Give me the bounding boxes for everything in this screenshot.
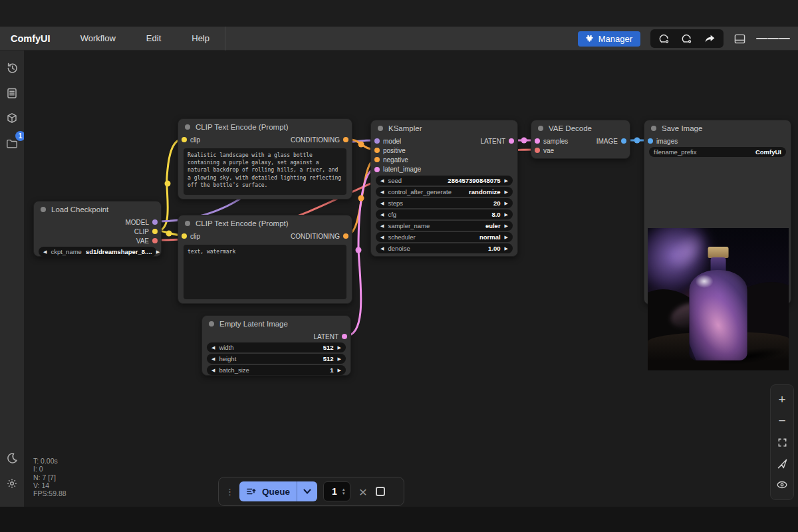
widget-seed[interactable]: ◀ seed 286457390848075 ▶ [376,176,513,186]
widget-denoise[interactable]: ◀ denoise 1.00 ▶ [376,243,513,253]
sidebar-item-history[interactable] [3,59,21,76]
widget-name: seed [388,177,402,184]
latent-image-input-slot[interactable] [374,167,380,172]
widget-next-icon[interactable]: ▶ [338,356,341,361]
queue-options-chevron-icon[interactable] [297,481,317,501]
widget-prev-icon[interactable]: ◀ [380,223,384,228]
widget-prev-icon[interactable]: ◀ [211,345,215,350]
menu-workflow[interactable]: Workflow [65,27,131,50]
zoom-in-button[interactable]: + [772,389,792,410]
node-title-bar[interactable]: Save Image [644,120,791,136]
clear-queue-icon[interactable]: × [356,485,370,499]
menubar-divider [225,27,225,51]
bottom-panel-toggle-icon[interactable] [733,33,746,45]
images-input-slot[interactable] [648,138,653,144]
node-vae-decode[interactable]: VAE Decode samples IMAGE vae [531,120,630,159]
sidebar-item-node-library[interactable] [3,110,21,127]
prompt-textarea[interactable]: text, watermark [184,245,346,299]
link-visibility-button[interactable] [772,474,792,495]
node-title-bar[interactable]: KSampler [371,120,517,136]
sidebar-item-theme-toggle[interactable] [3,450,21,467]
positive-input-slot[interactable] [374,148,380,153]
drag-handle-icon[interactable]: ⋮ [225,487,233,497]
pan-mode-button[interactable] [772,453,792,474]
conditioning-output-slot[interactable] [343,233,348,239]
model-output-slot[interactable] [152,219,158,225]
widget-next-icon[interactable]: ▶ [505,178,508,183]
batch-count-input[interactable]: 1 ▲ ▼ [323,481,350,501]
widget-ckpt-name[interactable]: ◀ ckpt_name sd1/dreamshaper_8.... ▶ [39,247,156,257]
image-output-slot[interactable] [621,138,626,144]
widget-next-icon[interactable]: ▶ [505,235,508,239]
widget-next-icon[interactable]: ▶ [338,368,341,372]
widget-prev-icon[interactable]: ◀ [380,212,384,217]
sidebar-item-queue[interactable] [3,84,21,102]
widget-width[interactable]: ◀ width 512 ▶ [207,342,346,352]
stop-icon[interactable] [376,487,385,496]
widget-prev-icon[interactable]: ◀ [43,249,47,254]
menu-help[interactable]: Help [176,27,225,50]
widget-prev-icon[interactable]: ◀ [211,368,215,372]
widget-filename-prefix[interactable]: filename_prefix ComfyUI [649,147,786,157]
negative-input-slot[interactable] [374,157,380,162]
node-title-bar[interactable]: CLIP Text Encode (Prompt) [178,215,352,231]
node-load-checkpoint[interactable]: Load Checkpoint MODEL CLIP VAE ◀ ckpt_na… [33,201,162,257]
node-title: Load Checkpoint [51,205,108,213]
latent-output-slot[interactable] [342,334,347,339]
vae-input-slot[interactable] [535,148,540,153]
widget-next-icon[interactable]: ▶ [505,246,508,251]
widget-next-icon[interactable]: ▶ [505,201,508,205]
widget-next-icon[interactable]: ▶ [505,223,508,228]
node-clip-text-encode-negative[interactable]: CLIP Text Encode (Prompt) clip CONDITION… [178,215,352,304]
widget-next-icon[interactable]: ▶ [505,190,508,194]
menu-hamburger-icon[interactable] [756,36,790,41]
app-logo[interactable]: ComfyUI [0,33,65,44]
conditioning-output-slot[interactable] [343,137,348,142]
menu-edit[interactable]: Edit [131,27,176,50]
vae-output-slot[interactable] [152,238,158,243]
node-graph-canvas[interactable]: Load Checkpoint MODEL CLIP VAE ◀ ckpt_na… [24,51,798,507]
node-title-bar[interactable]: CLIP Text Encode (Prompt) [178,119,352,135]
widget-prev-icon[interactable]: ◀ [380,190,384,194]
manager-button[interactable]: Manager [578,31,640,47]
widget-next-icon[interactable]: ▶ [338,345,341,350]
node-clip-text-encode-positive[interactable]: CLIP Text Encode (Prompt) clip CONDITION… [178,118,352,200]
node-ksampler[interactable]: KSampler model LATENT positive negative … [370,120,518,257]
widget-prev-icon[interactable]: ◀ [380,201,384,205]
model-input-slot[interactable] [374,138,380,144]
count-decrement-icon[interactable]: ▼ [342,491,346,495]
widget-steps[interactable]: ◀ steps 20 ▶ [376,198,513,208]
widget-next-icon[interactable]: ▶ [156,249,160,254]
sidebar-item-settings[interactable] [3,475,21,492]
clip-input-slot[interactable] [182,233,187,239]
widget-sampler-name[interactable]: ◀ sampler_name euler ▶ [376,221,513,231]
node-title-bar[interactable]: Load Checkpoint [34,201,161,217]
widget-batch-size[interactable]: ◀ batch_size 1 ▶ [207,365,346,375]
latent-output-slot[interactable] [509,138,514,144]
free-memory-icon[interactable] [681,33,693,45]
widget-prev-icon[interactable]: ◀ [380,178,384,183]
sidebar-item-workflows[interactable]: 1 [3,135,21,152]
queue-button[interactable]: Queue [239,481,317,501]
node-empty-latent-image[interactable]: Empty Latent Image LATENT ◀ width 512 ▶ … [201,315,351,376]
generated-image-preview[interactable] [648,228,789,370]
unload-models-icon[interactable] [658,33,670,45]
node-title-bar[interactable]: Empty Latent Image [202,316,350,332]
prompt-textarea[interactable]: Realistic landscape with a glass bottle … [184,148,346,195]
widget-scheduler[interactable]: ◀ scheduler normal ▶ [376,232,513,242]
zoom-out-button[interactable]: − [772,410,792,432]
samples-input-slot[interactable] [535,138,540,144]
node-save-image[interactable]: Save Image images filename_prefix ComfyU… [644,120,791,305]
widget-next-icon[interactable]: ▶ [505,212,508,217]
widget-prev-icon[interactable]: ◀ [211,356,215,361]
clip-input-slot[interactable] [182,137,187,142]
node-title-bar[interactable]: VAE Decode [531,120,630,136]
clip-output-slot[interactable] [152,229,158,234]
fit-view-button[interactable] [772,432,792,453]
widget-cfg[interactable]: ◀ cfg 8.0 ▶ [376,209,513,219]
share-icon[interactable] [704,33,716,45]
widget-control-after-generate[interactable]: ◀ control_after_generate randomize ▶ [376,187,513,197]
widget-prev-icon[interactable]: ◀ [380,235,384,239]
widget-height[interactable]: ◀ height 512 ▶ [207,354,346,364]
widget-prev-icon[interactable]: ◀ [380,246,384,251]
